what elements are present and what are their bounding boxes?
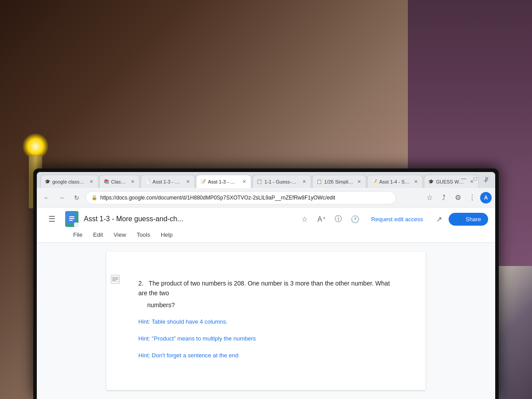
tab-close-google-classroom[interactable]: ✕ xyxy=(88,179,94,185)
share-label: Share xyxy=(466,216,481,223)
tab-classes[interactable]: 📚 Classes ✕ xyxy=(99,175,140,188)
tab-simplify[interactable]: 📋 1/26 Simplify... ✕ xyxy=(312,175,366,188)
tab-asst-1-4-sol[interactable]: 📝 Asst 1-4 - Sol... ✕ xyxy=(367,175,423,188)
tab-close-asst-1-3-more[interactable]: ✕ xyxy=(241,179,247,185)
menu-edit[interactable]: Edit xyxy=(89,230,107,240)
sidebar-toggle-icon[interactable] xyxy=(111,275,120,284)
docs-title-row: ☰ Asst 1-3 - More guess-and-ch... ☆ xyxy=(44,211,488,227)
tab-guess-and-ch[interactable]: 📋 1-1 - Guess-an... ✕ xyxy=(252,175,311,188)
menu-tools[interactable]: Tools xyxy=(132,230,154,240)
hint-3: Hint: Don't forget a sentence at the end xyxy=(138,351,394,360)
svg-rect-5 xyxy=(113,278,118,278)
tab-asst-1-3-turn[interactable]: 📄 Asst 1-3 - Turn ✕ xyxy=(141,175,195,188)
profile-avatar[interactable]: A xyxy=(480,192,492,203)
browser-frame: 🎓 google classro... ✕ 📚 Classes ✕ 📄 Asst… xyxy=(37,172,495,399)
add-icon[interactable]: A⁺ xyxy=(314,212,329,226)
tab-label-simplify: 1/26 Simplify... xyxy=(324,179,353,184)
tab-icon-guess-and-ch: 📋 xyxy=(256,179,262,185)
star-icon[interactable]: ☆ xyxy=(297,212,312,226)
menu-view[interactable]: View xyxy=(109,230,130,240)
tab-asst-1-3-more[interactable]: 📝 Asst 1-3 - Mo... ✕ xyxy=(196,175,251,188)
share-button[interactable]: 👤 Share xyxy=(449,213,488,226)
trending-icon[interactable]: ↗ xyxy=(432,212,446,226)
tab-icon-asst-1-4-sol: 📝 xyxy=(371,179,377,185)
address-bar-row: ← → ↻ 🔒 https://docs.google.com/document… xyxy=(37,188,495,207)
docs-actions: ☆ A⁺ ⓘ 🕐 Request edit access ↗ 👤 Share xyxy=(297,212,488,226)
question-body: The product of two numbers is 208. One n… xyxy=(138,280,390,297)
tab-close-asst-1-4-sol[interactable]: ✕ xyxy=(413,179,419,185)
doc-page: 2. The product of two numbers is 208. On… xyxy=(106,252,426,390)
menu-file[interactable]: File xyxy=(69,230,87,240)
tab-label-classes: Classes xyxy=(111,179,127,184)
extensions-icon[interactable]: ⚙ xyxy=(452,192,464,204)
forward-button[interactable]: → xyxy=(55,192,68,204)
tab-icon-google-classroom: 🎓 xyxy=(44,179,51,185)
tab-google-classroom[interactable]: 🎓 google classro... ✕ xyxy=(40,175,98,188)
window-controls: — □ ✕ xyxy=(459,174,492,184)
address-text: https://docs.google.com/document/d/1H880… xyxy=(100,195,335,201)
monitor-bezel: 🎓 google classro... ✕ 📚 Classes ✕ 📄 Asst… xyxy=(33,168,499,399)
monitor-screen: 🎓 google classro... ✕ 📚 Classes ✕ 📄 Asst… xyxy=(37,172,495,399)
menu-help[interactable]: Help xyxy=(156,230,177,240)
tab-label-guess-and-ch: 1-1 - Guess-an... xyxy=(264,179,298,184)
tab-icon-simplify: 📋 xyxy=(316,179,322,185)
svg-rect-7 xyxy=(113,280,116,281)
question-text: 2. The product of two numbers is 208. On… xyxy=(138,278,394,298)
docs-frame: ☰ Asst 1-3 - More guess-and-ch... ☆ xyxy=(37,207,495,399)
request-edit-button[interactable]: Request edit access xyxy=(365,213,429,225)
share-person-icon: 👤 xyxy=(456,216,463,223)
docs-logo xyxy=(65,211,78,227)
tab-label-asst-1-3-turn: Asst 1-3 - Turn xyxy=(153,179,182,184)
back-button[interactable]: ← xyxy=(40,192,53,204)
history-icon[interactable]: 🕐 xyxy=(348,212,362,226)
tab-icon-asst-1-3-turn: 📄 xyxy=(145,179,151,185)
info-icon[interactable]: ⓘ xyxy=(331,212,345,226)
tab-icon-guess-what: 🎓 xyxy=(428,179,434,185)
bookmarks-icon[interactable]: ☆ xyxy=(423,192,436,204)
question-number: 2. xyxy=(138,278,144,288)
svg-rect-1 xyxy=(69,216,74,217)
menu-icon[interactable]: ⋮ xyxy=(466,192,478,204)
question-container: 2. The product of two numbers is 208. On… xyxy=(138,278,394,310)
hints-container: Hint: Table should have 4 columns. Hint:… xyxy=(138,317,394,360)
tab-icon-classes: 📚 xyxy=(103,179,110,185)
svg-rect-6 xyxy=(113,279,118,280)
maximize-button[interactable]: □ xyxy=(470,174,480,184)
tab-close-simplify[interactable]: ✕ xyxy=(356,179,362,185)
tab-close-asst-1-3-turn[interactable]: ✕ xyxy=(185,179,191,185)
svg-rect-2 xyxy=(69,218,74,219)
tab-label-asst-1-4-sol: Asst 1-4 - Sol... xyxy=(379,179,410,184)
docs-title: Asst 1-3 - More guess-and-ch... xyxy=(84,215,183,223)
docs-content: 2. The product of two numbers is 208. On… xyxy=(37,243,495,399)
refresh-button[interactable]: ↻ xyxy=(70,192,83,204)
tab-icon-asst-1-3-more: 📝 xyxy=(200,179,206,185)
hint-2: Hint: "Product" means to multiply the nu… xyxy=(138,334,394,344)
translate-icon[interactable]: ⤴ xyxy=(438,192,450,204)
browser-actions: ☆ ⤴ ⚙ ⋮ A xyxy=(423,192,492,204)
hint-1: Hint: Table should have 4 columns. xyxy=(138,317,394,327)
tab-label-google-classroom: google classro... xyxy=(52,179,86,184)
tab-label-asst-1-3-more: Asst 1-3 - Mo... xyxy=(208,179,239,184)
tab-bar: 🎓 google classro... ✕ 📚 Classes ✕ 📄 Asst… xyxy=(37,172,495,188)
close-button[interactable]: ✕ xyxy=(482,174,492,184)
tab-close-guess-and-ch[interactable]: ✕ xyxy=(301,179,307,185)
docs-header: ☰ Asst 1-3 - More guess-and-ch... ☆ xyxy=(37,207,495,243)
address-bar[interactable]: 🔒 https://docs.google.com/document/d/1H8… xyxy=(86,191,396,204)
question-continuation: numbers? xyxy=(138,300,394,310)
svg-rect-3 xyxy=(69,220,73,221)
minimize-button[interactable]: — xyxy=(459,174,469,184)
docs-menu-bar: File Edit View Tools Help xyxy=(44,229,488,241)
hamburger-menu-icon[interactable]: ☰ xyxy=(44,211,60,227)
tab-close-classes[interactable]: ✕ xyxy=(129,179,136,185)
lock-icon: 🔒 xyxy=(91,195,98,200)
